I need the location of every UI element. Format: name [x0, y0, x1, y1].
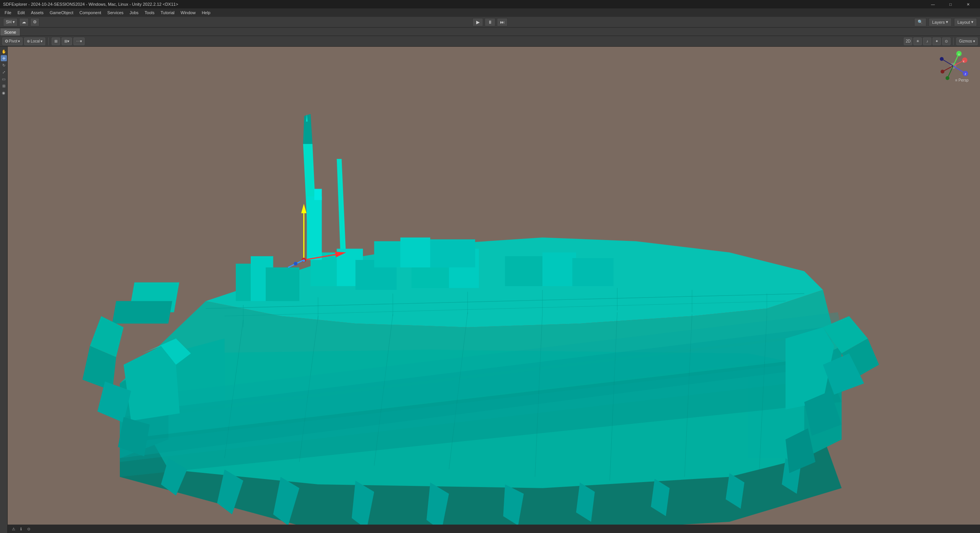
svg-rect-9 — [112, 301, 172, 324]
scale-tool[interactable]: ⤢ — [1, 69, 7, 75]
title-bar: SDFExplorer - 2024-10-24-SESSIONS2024 - … — [0, 0, 980, 8]
separator-2 — [953, 38, 954, 45]
svg-rect-12 — [266, 267, 299, 301]
main-toolbar: SH ▾ ☁ ⚙ ▶ ⏸ ⏭ 🔍 Layers ▾ Layout ▾ — [0, 17, 980, 28]
svg-point-81 — [303, 260, 305, 262]
close-button[interactable]: ✕ — [959, 0, 977, 8]
transform-tool[interactable]: ⊞ — [1, 83, 7, 89]
menu-item-jobs[interactable]: Jobs — [127, 8, 142, 17]
rect-tool[interactable]: ▭ — [1, 76, 7, 82]
svg-text:Z: Z — [965, 73, 967, 75]
local-button[interactable]: ⊕ Local ▾ — [24, 38, 45, 45]
menu-item-window[interactable]: Window — [178, 8, 199, 17]
snap-btn2[interactable]: ⊞▾ — [62, 38, 72, 45]
settings-button[interactable]: ⚙ — [30, 18, 39, 26]
window-controls: — □ ✕ — [924, 0, 977, 8]
perspective-label[interactable]: ≡ Persp — [955, 78, 969, 82]
menu-bar: FileEditAssetsGameObjectComponentService… — [0, 8, 980, 17]
maximize-button[interactable]: □ — [942, 0, 959, 8]
menu-item-file[interactable]: File — [2, 8, 15, 17]
console-log-icon[interactable]: ⊙ — [26, 526, 31, 531]
svg-line-97 — [942, 59, 953, 66]
layout-dropdown[interactable]: Layout ▾ — [954, 18, 977, 26]
main-area: ✋✛↻⤢▭⊞◉ — [0, 47, 980, 533]
menu-item-tutorial[interactable]: Tutorial — [157, 8, 177, 17]
scene-tab-bar: Scene — [0, 28, 980, 36]
svg-point-88 — [941, 70, 944, 74]
scene-vis-button[interactable]: ⊙ — [942, 38, 951, 45]
sh-dropdown[interactable]: SH ▾ — [3, 18, 18, 26]
account-button[interactable]: ☁ — [19, 18, 29, 26]
search-button[interactable]: 🔍 — [914, 18, 926, 26]
console-info-icon[interactable]: ℹ — [18, 526, 24, 531]
scene-right-controls: 2D ☀ ♪ ✦ ⊙ Gizmos ▾ — [904, 38, 978, 45]
window-title: SDFExplorer - 2024-10-24-SESSIONS2024 - … — [3, 2, 924, 7]
lighting-button[interactable]: ☀ — [913, 38, 922, 45]
menu-item-edit[interactable]: Edit — [15, 8, 28, 17]
menu-item-services[interactable]: Services — [104, 8, 126, 17]
search-scene-btn[interactable]: ⋯▾ — [74, 38, 85, 45]
left-tool-panel: ✋✛↻⤢▭⊞◉ — [0, 47, 8, 533]
svg-rect-24 — [307, 196, 322, 260]
svg-rect-23 — [430, 239, 475, 267]
separator-1 — [48, 38, 49, 45]
menu-item-component[interactable]: Component — [76, 8, 104, 17]
custom-tool[interactable]: ◉ — [1, 90, 7, 96]
step-button[interactable]: ⏭ — [497, 18, 508, 26]
gizmos-button[interactable]: Gizmos ▾ — [956, 38, 978, 45]
svg-text:Y: Y — [958, 53, 960, 56]
play-button[interactable]: ▶ — [472, 18, 483, 26]
scene-viewport[interactable]: X Y Z — [8, 47, 980, 533]
menu-item-tools[interactable]: Tools — [142, 8, 158, 17]
svg-rect-19 — [542, 252, 576, 286]
rotate-tool[interactable]: ↻ — [1, 62, 7, 68]
svg-rect-25 — [314, 189, 322, 200]
svg-rect-20 — [572, 258, 613, 286]
scene-canvas: X Y Z — [8, 47, 980, 533]
menu-item-assets[interactable]: Assets — [28, 8, 47, 17]
city-mesh — [8, 47, 980, 533]
2d-button[interactable]: 2D — [904, 38, 912, 45]
snap-btn[interactable]: ⊞ — [52, 38, 60, 45]
svg-point-98 — [940, 57, 944, 61]
layers-dropdown[interactable]: Layers ▾ — [929, 18, 952, 26]
fx-button[interactable]: ✦ — [933, 38, 941, 45]
scene-toolbar: ✪ Pivot ▾ ⊕ Local ▾ ⊞ ⊞▾ ⋯▾ 2D ☀ ♪ ✦ ⊙ G… — [0, 36, 980, 47]
menu-item-gameobject[interactable]: GameObject — [47, 8, 77, 17]
scene-tab[interactable]: Scene — [0, 28, 20, 36]
console-warning-icon[interactable]: ⚠ — [11, 526, 16, 531]
menu-item-help[interactable]: Help — [199, 8, 214, 17]
orientation-gizmo[interactable]: X Y Z — [938, 51, 969, 81]
playmode-controls: ▶ ⏸ ⏭ — [472, 18, 508, 26]
pause-button[interactable]: ⏸ — [485, 18, 495, 26]
audio-button[interactable]: ♪ — [923, 38, 931, 45]
status-bar: ⚠ ℹ ⊙ — [8, 525, 980, 533]
move-tool[interactable]: ✛ — [1, 55, 7, 61]
svg-text:X: X — [963, 60, 965, 63]
right-toolbar: 🔍 Layers ▾ Layout ▾ — [914, 18, 977, 26]
minimize-button[interactable]: — — [924, 0, 942, 8]
svg-point-82 — [294, 262, 297, 266]
svg-rect-22 — [400, 237, 430, 267]
pivot-button[interactable]: ✪ Pivot ▾ — [2, 38, 23, 45]
hand-tool[interactable]: ✋ — [1, 48, 7, 54]
svg-point-93 — [946, 76, 949, 80]
